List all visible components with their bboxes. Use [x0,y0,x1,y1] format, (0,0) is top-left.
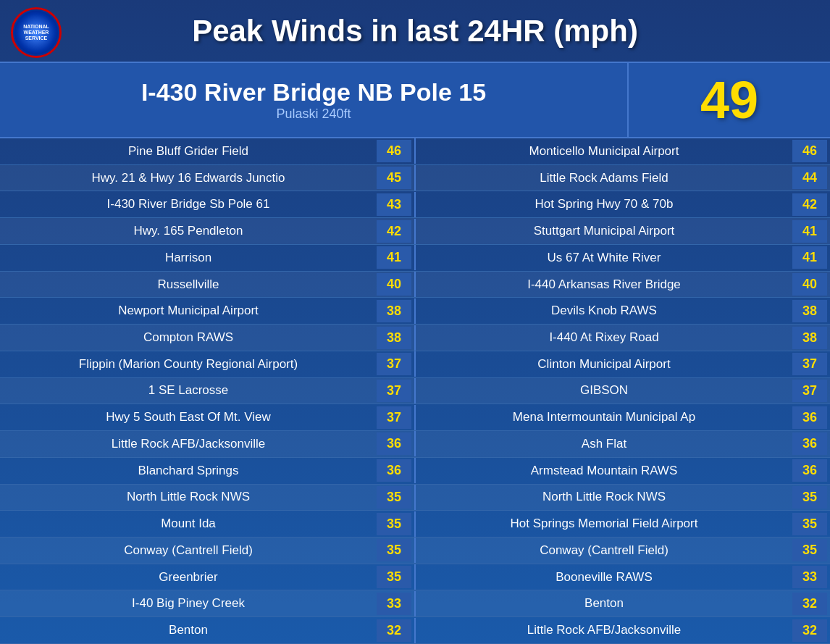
left-station-name: 1 SE Lacrosse [0,383,377,398]
right-station-name: GIBSON [416,383,792,398]
left-wind-value: 36 [377,432,411,455]
right-col: North Little Rock NWS 35 [416,485,830,510]
right-wind-value: 42 [792,193,827,216]
table-row: North Little Rock NWS 35 North Little Ro… [0,485,830,511]
right-station-name: Little Rock AFB/Jacksonville [416,623,792,637]
left-col: North Little Rock NWS 35 [0,485,416,510]
left-col: Pine Bluff Grider Field 46 [0,138,416,164]
left-wind-value: 36 [377,459,411,482]
right-col: I-440 Arkansas River Bridge 40 [416,272,830,297]
right-col: Us 67 At White River 41 [416,245,830,270]
featured-sub: Pulaski 240ft [276,106,351,122]
table-row: Little Rock AFB/Jacksonville 36 Ash Flat… [0,431,830,458]
right-station-name: I-440 At Rixey Road [416,330,792,345]
table-row: Conway (Cantrell Field) 35 Conway (Cantr… [0,538,830,564]
right-station-name: Armstead Mountain RAWS [416,464,792,478]
right-col: Monticello Municipal Airport 46 [416,138,830,164]
right-col: Ash Flat 36 [416,431,830,456]
right-col: Booneville RAWS 33 [416,564,830,590]
left-wind-value: 41 [377,246,411,269]
left-station-name: I-40 Big Piney Creek [0,596,377,611]
right-wind-value: 46 [792,140,827,162]
right-station-name: Mena Intermountain Municipal Ap [416,410,792,425]
left-col: Harrison 41 [0,245,416,270]
table-row: Hwy 5 South East Of Mt. View 37 Mena Int… [0,404,830,431]
left-col: Greenbrier 35 [0,564,416,590]
right-station-name: Us 67 At White River [416,251,792,265]
left-col: Little Rock AFB/Jacksonville 36 [0,431,416,456]
right-station-name: Booneville RAWS [416,570,792,585]
table-row: Mount Ida 35 Hot Springs Memorial Field … [0,511,830,538]
right-col: Armstead Mountain RAWS 36 [416,458,830,483]
right-col: Clinton Municipal Airport 37 [416,351,830,377]
left-wind-value: 35 [377,539,411,561]
left-station-name: Flippin (Marion County Regional Airport) [0,357,377,372]
right-col: Mena Intermountain Municipal Ap 36 [416,405,830,430]
table-row: Harrison 41 Us 67 At White River 41 [0,245,830,272]
featured-name: I-430 River Bridge NB Pole 15 [141,78,486,106]
left-col: Conway (Cantrell Field) 35 [0,538,416,563]
left-wind-value: 32 [377,619,411,642]
nws-logo: NATIONALWEATHERSERVICE [11,7,62,58]
left-wind-value: 37 [377,380,411,402]
left-station-name: Blanchard Springs [0,464,377,478]
left-station-name: Hwy. 165 Pendleton [0,224,377,238]
right-col: Conway (Cantrell Field) 35 [416,538,830,563]
left-col: Blanchard Springs 36 [0,458,416,483]
right-wind-value: 33 [792,566,827,588]
left-col: Flippin (Marion County Regional Airport)… [0,351,416,377]
left-wind-value: 37 [377,406,411,429]
left-wind-value: 35 [377,513,411,535]
right-station-name: I-440 Arkansas River Bridge [416,277,792,292]
left-wind-value: 43 [377,193,411,216]
right-station-name: Stuttgart Municipal Airport [416,224,792,238]
left-col: Mount Ida 35 [0,511,416,537]
right-wind-value: 41 [792,220,827,243]
left-col: Newport Municipal Airport 38 [0,298,416,324]
featured-value: 49 [627,63,830,137]
right-wind-value: 40 [792,273,827,296]
left-wind-value: 45 [377,167,411,189]
left-station-name: Newport Municipal Airport [0,304,377,318]
left-wind-value: 40 [377,273,411,296]
right-wind-value: 32 [792,619,827,642]
table-row: I-40 Big Piney Creek 33 Benton 32 [0,590,830,617]
left-station-name: Hwy 5 South East Of Mt. View [0,410,377,425]
left-station-name: Harrison [0,251,377,265]
table-row: Newport Municipal Airport 38 Devils Knob… [0,298,830,325]
right-wind-value: 38 [792,300,827,322]
left-col: Hwy 5 South East Of Mt. View 37 [0,405,416,430]
right-wind-value: 36 [792,406,827,429]
right-station-name: Hot Springs Memorial Field Airport [416,517,792,531]
left-wind-value: 46 [377,140,411,162]
right-wind-value: 36 [792,459,827,482]
right-col: Little Rock AFB/Jacksonville 32 [416,618,830,643]
main-container: NATIONALWEATHERSERVICE Peak Winds in las… [0,0,830,644]
right-wind-value: 38 [792,327,827,349]
table-row: Benton 32 Little Rock AFB/Jacksonville 3… [0,617,830,644]
left-station-name: Little Rock AFB/Jacksonville [0,437,377,451]
left-col: Russellville 40 [0,272,416,297]
right-wind-value: 37 [792,380,827,402]
featured-row: I-430 River Bridge NB Pole 15 Pulaski 24… [0,62,830,138]
table-row: Greenbrier 35 Booneville RAWS 33 [0,564,830,591]
left-station-name: Conway (Cantrell Field) [0,543,377,558]
page-title: Peak Winds in last 24HR (mph) [192,14,638,49]
right-col: Benton 32 [416,591,830,616]
right-wind-value: 32 [792,593,827,615]
right-col: Little Rock Adams Field 44 [416,165,830,191]
right-wind-value: 41 [792,246,827,269]
left-col: 1 SE Lacrosse 37 [0,378,416,403]
left-station-name: Mount Ida [0,517,377,531]
table-row: I-430 River Bridge Sb Pole 61 43 Hot Spr… [0,191,830,218]
left-wind-value: 35 [377,486,411,509]
table-row: Compton RAWS 38 I-440 At Rixey Road 38 [0,325,830,351]
right-station-name: Ash Flat [416,437,792,451]
right-col: I-440 At Rixey Road 38 [416,325,830,351]
table-row: Pine Bluff Grider Field 46 Monticello Mu… [0,138,830,165]
left-station-name: North Little Rock NWS [0,490,377,504]
right-wind-value: 44 [792,167,827,189]
right-wind-value: 37 [792,353,827,375]
right-station-name: Clinton Municipal Airport [416,357,792,372]
left-col: Compton RAWS 38 [0,325,416,351]
